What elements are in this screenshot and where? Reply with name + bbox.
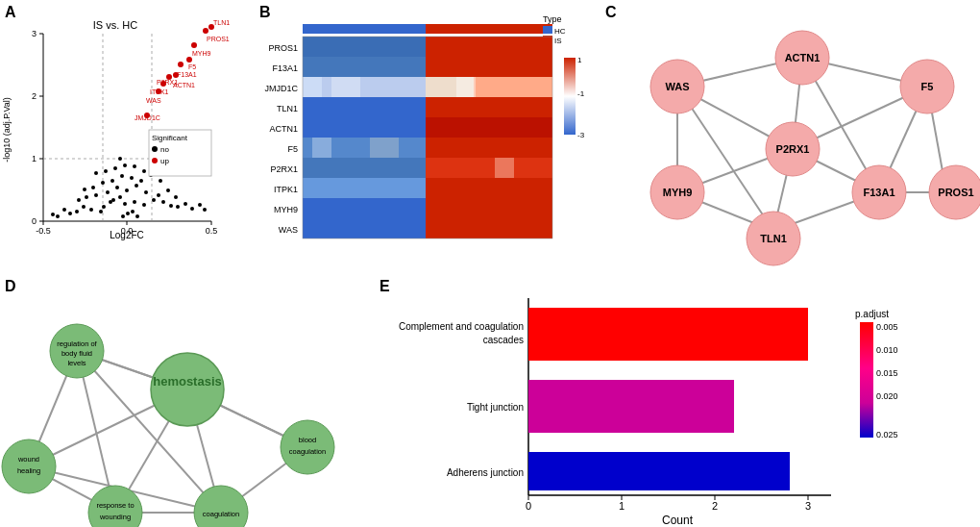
bar-adherens-junction — [528, 452, 790, 490]
svg-point-37 — [176, 205, 180, 209]
svg-text:2: 2 — [32, 91, 37, 101]
svg-text:F13A1: F13A1 — [177, 71, 197, 78]
svg-rect-103 — [303, 37, 426, 57]
svg-point-49 — [77, 198, 81, 202]
svg-text:Adherens junction: Adherens junction — [447, 467, 524, 478]
svg-point-26 — [142, 203, 146, 207]
svg-text:up: up — [160, 157, 169, 165]
bar-tight-junction — [528, 380, 734, 433]
svg-point-34 — [152, 198, 156, 202]
hc-bar — [303, 24, 426, 34]
svg-text:0: 0 — [526, 500, 531, 512]
svg-text:ACTN1: ACTN1 — [269, 124, 298, 134]
svg-text:0.0: 0.0 — [121, 226, 134, 236]
svg-point-63 — [123, 163, 127, 167]
svg-point-96 — [152, 158, 158, 163]
svg-point-48 — [85, 195, 88, 199]
svg-text:MYH9: MYH9 — [274, 205, 298, 214]
svg-point-68 — [118, 157, 122, 161]
svg-point-24 — [99, 210, 103, 213]
green-network-nodes: hemostasis regulation of body fluid leve… — [2, 324, 334, 527]
svg-text:-0.5: -0.5 — [36, 226, 51, 236]
svg-text:0.5: 0.5 — [206, 226, 218, 236]
svg-point-55 — [101, 181, 105, 185]
svg-point-22 — [111, 198, 115, 202]
svg-point-76 — [186, 57, 192, 63]
panel-b-label: B — [259, 4, 271, 20]
svg-rect-120 — [426, 138, 552, 158]
panel-d: D hemostasis regulati — [0, 274, 375, 527]
svg-text:Type: Type — [543, 14, 562, 24]
svg-point-64 — [104, 169, 108, 173]
svg-point-69 — [121, 214, 125, 218]
svg-text:F5: F5 — [188, 63, 196, 70]
svg-point-39 — [190, 207, 194, 211]
panel-c-label: C — [605, 4, 617, 20]
color-scale — [564, 58, 576, 135]
svg-text:P2RX1: P2RX1 — [270, 164, 298, 174]
svg-rect-106 — [303, 57, 426, 77]
svg-rect-117 — [426, 117, 552, 138]
svg-text:wound: wound — [17, 455, 39, 464]
svg-rect-116 — [303, 117, 426, 138]
svg-text:hemostasis: hemostasis — [153, 374, 222, 389]
svg-point-43 — [115, 186, 119, 189]
svg-point-59 — [139, 179, 143, 183]
panel-a-label: A — [5, 4, 16, 20]
svg-rect-99 — [543, 26, 552, 34]
svg-point-31 — [62, 208, 66, 212]
svg-text:0: 0 — [32, 216, 37, 226]
svg-rect-131 — [303, 218, 426, 238]
svg-text:regulation of: regulation of — [57, 339, 97, 348]
svg-point-70 — [126, 212, 130, 215]
svg-text:MYH9: MYH9 — [192, 50, 211, 57]
svg-point-74 — [203, 28, 208, 34]
svg-rect-132 — [426, 218, 552, 238]
svg-text:1: 1 — [619, 500, 625, 512]
svg-text:IS: IS — [554, 37, 562, 45]
svg-point-27 — [89, 208, 93, 212]
svg-text:body fluid: body fluid — [61, 349, 92, 358]
svg-point-35 — [161, 200, 165, 204]
panel-d-label: D — [5, 278, 16, 294]
network-c: C WAS ACTN1 — [600, 0, 980, 279]
svg-point-30 — [68, 212, 72, 215]
svg-text:F5: F5 — [287, 144, 298, 154]
panel-a: A IS vs. HC Log2FC -log10 (adj.P.Val) -0… — [0, 0, 255, 279]
svg-point-45 — [135, 184, 138, 188]
svg-text:ACTN1: ACTN1 — [785, 52, 821, 63]
svg-text:2: 2 — [712, 500, 718, 512]
svg-point-51 — [166, 188, 170, 192]
svg-point-20 — [118, 195, 122, 199]
svg-point-71 — [131, 210, 135, 213]
svg-text:Complement and coagulation: Complement and coagulation — [399, 321, 524, 332]
svg-point-42 — [106, 190, 110, 194]
svg-rect-136 — [370, 138, 399, 158]
panel-c: C WAS ACTN1 — [600, 0, 980, 279]
svg-point-44 — [125, 188, 129, 192]
panel-e: E 0 1 2 3 Count Complement and coagulati… — [375, 274, 980, 527]
heatmap-row-itpk1: ITPK1 — [274, 178, 552, 198]
svg-text:0.015: 0.015 — [876, 368, 898, 378]
svg-point-21 — [102, 205, 106, 209]
is-bar — [426, 24, 552, 34]
svg-text:levels: levels — [67, 359, 86, 367]
svg-point-66 — [133, 164, 136, 168]
p-adjust-scale — [860, 322, 873, 438]
panel-e-label: E — [380, 278, 390, 294]
svg-text:0.020: 0.020 — [876, 391, 898, 401]
svg-rect-138 — [456, 77, 476, 97]
svg-text:PROS1: PROS1 — [268, 43, 298, 53]
heatmap-row-actn1: ACTN1 — [269, 117, 552, 138]
heatmap-row-f13a1: F13A1 — [272, 57, 552, 77]
svg-text:wounding: wounding — [99, 513, 131, 521]
svg-point-56 — [91, 186, 95, 189]
svg-text:response to: response to — [96, 501, 134, 510]
svg-text:1: 1 — [32, 154, 37, 163]
svg-point-190 — [151, 353, 224, 426]
svg-text:Significant: Significant — [152, 134, 188, 142]
svg-point-62 — [113, 166, 117, 170]
volcano-plot: A IS vs. HC Log2FC -log10 (adj.P.Val) -0… — [0, 0, 255, 279]
svg-rect-139 — [495, 158, 514, 178]
svg-point-38 — [184, 202, 187, 206]
